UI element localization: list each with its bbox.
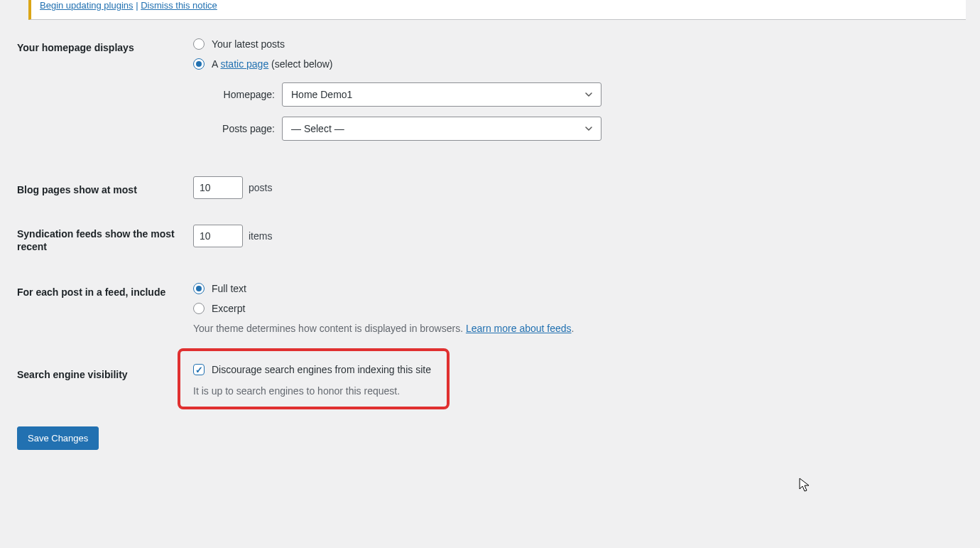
radio-static-page[interactable]: A static page (select below) [193,58,966,70]
row-posts-page-select: Posts page: — Select — [207,117,966,141]
dismiss-notice-link[interactable]: Dismiss this notice [141,0,217,11]
homepage-select[interactable]: Home Demo1 [282,82,601,107]
begin-updating-link[interactable]: Begin updating plugins [40,0,134,11]
row-homepage-select: Homepage: Home Demo1 [207,82,966,107]
reading-settings-form: Your homepage displays Your latest posts… [0,20,980,464]
radio-latest-posts[interactable]: Your latest posts [193,38,966,50]
learn-feeds-link[interactable]: Learn more about feeds [466,323,572,334]
notice-separator: | [134,0,141,11]
posts-page-select[interactable]: — Select — [282,117,601,141]
radio-icon [193,283,205,294]
select-value: Home Demo1 [291,89,352,100]
chevron-down-icon [582,88,595,101]
save-changes-button[interactable]: Save Changes [17,426,99,450]
radio-label: A static page (select below) [212,58,332,70]
label-syndication: Syndication feeds show the most recent [17,225,193,253]
radio-label: Your latest posts [212,38,285,50]
text: . [572,323,575,334]
row-homepage-displays: Your homepage displays Your latest posts… [17,34,966,148]
checkbox-icon [193,364,205,375]
label-blog-pages: Blog pages show at most [17,176,193,196]
control-syndication: 10 items [193,225,966,247]
suffix-text: items [249,230,272,242]
control-search-visibility: Discourage search engines from indexing … [193,353,966,409]
suffix-text: posts [249,182,272,193]
feed-description: Your theme determines how content is dis… [193,323,966,334]
syndication-input[interactable]: 10 [193,225,243,247]
label-homepage-select: Homepage: [207,89,275,100]
text: A [212,58,220,70]
submit-row: Save Changes [17,424,966,450]
highlight-annotation: Discourage search engines from indexing … [178,348,450,409]
row-feed-include: For each post in a feed, include Full te… [17,279,966,334]
label-homepage-displays: Your homepage displays [17,34,193,54]
row-blog-pages: Blog pages show at most 10 posts [17,176,966,199]
search-visibility-note: It is up to search engines to honor this… [193,385,431,397]
chevron-down-icon [582,122,595,135]
label-search-visibility: Search engine visibility [17,353,193,381]
text: (select below) [268,58,332,70]
update-notice: Begin updating plugins | Dismiss this no… [28,0,966,20]
checkbox-discourage-indexing[interactable]: Discourage search engines from indexing … [193,364,431,375]
label-posts-page-select: Posts page: [207,123,275,134]
control-feed-include: Full text Excerpt Your theme determines … [193,279,966,334]
radio-icon [193,303,205,314]
radio-icon [193,38,205,50]
row-syndication: Syndication feeds show the most recent 1… [17,225,966,253]
static-page-link[interactable]: static page [220,58,268,70]
text: Your theme determines how content is dis… [193,323,466,334]
radio-excerpt[interactable]: Excerpt [193,303,966,314]
cursor-icon [799,478,810,493]
select-value: — Select — [291,123,344,134]
control-blog-pages: 10 posts [193,176,966,199]
row-search-visibility: Search engine visibility Discourage sear… [17,353,966,409]
radio-label: Excerpt [212,303,245,314]
control-homepage-displays: Your latest posts A static page (select … [193,34,966,148]
radio-label: Full text [212,283,246,294]
radio-icon [193,58,205,70]
label-feed-include: For each post in a feed, include [17,279,193,299]
blog-pages-input[interactable]: 10 [193,176,243,199]
radio-full-text[interactable]: Full text [193,283,966,294]
checkbox-label: Discourage search engines from indexing … [212,364,431,375]
